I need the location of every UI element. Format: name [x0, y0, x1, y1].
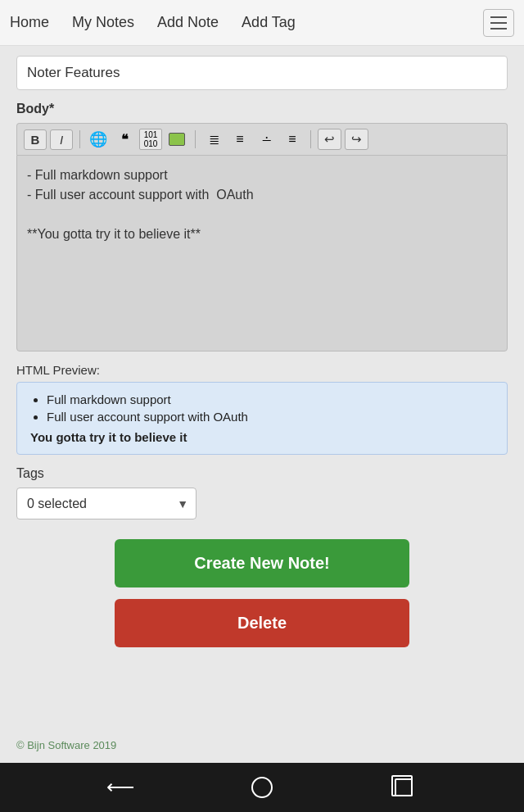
footer: © Bijn Software 2019: [0, 731, 524, 763]
preview-bold-text: You gotta try it to believe it: [30, 430, 187, 444]
nav-add-tag[interactable]: Add Tag: [242, 14, 296, 31]
preview-list-item: Full markdown support: [47, 392, 494, 406]
quote-icon[interactable]: ❝: [113, 130, 136, 149]
home-icon: [251, 777, 273, 798]
toolbar-separator-3: [310, 130, 311, 148]
redo-button[interactable]: ↪: [345, 129, 368, 150]
nav-home[interactable]: Home: [10, 14, 49, 31]
main-content: Body* B I 🌐 ❝ 101 010 ≣ ≡ ∸ ≡ ↩ ↪ - Full…: [0, 46, 524, 731]
preview-label: HTML Preview:: [16, 363, 508, 377]
tags-select-wrapper: 0 selected ▼: [16, 488, 196, 519]
preview-box: Full markdown support Full user account …: [16, 382, 508, 455]
image-icon-shape: [169, 133, 185, 146]
undo-button[interactable]: ↩: [318, 129, 341, 150]
nav-add-note[interactable]: Add Note: [157, 14, 219, 31]
back-icon: [106, 776, 134, 799]
toolbar-separator-1: [79, 130, 80, 148]
tags-label: Tags: [16, 466, 508, 481]
preview-list: Full markdown support Full user account …: [30, 392, 494, 424]
toggle-bar-3: [490, 28, 507, 29]
italic-button[interactable]: I: [50, 129, 73, 150]
image-icon[interactable]: [165, 131, 188, 147]
unordered-list-icon[interactable]: ≡: [228, 130, 251, 148]
back-button[interactable]: [104, 771, 137, 804]
code-line2: 010: [144, 139, 158, 148]
toolbar-separator-2: [195, 130, 196, 148]
align-right-icon[interactable]: ≡: [281, 130, 304, 148]
toggle-bar-1: [490, 16, 507, 18]
bold-button[interactable]: B: [24, 129, 47, 150]
navbar: Home My Notes Add Note Add Tag: [0, 0, 524, 46]
android-nav-bar: [0, 763, 524, 812]
ordered-list-icon[interactable]: ≣: [202, 130, 225, 149]
body-label: Body*: [16, 102, 508, 116]
code-icon[interactable]: 101 010: [139, 129, 162, 150]
code-line1: 101: [144, 130, 158, 139]
tags-select[interactable]: 0 selected: [16, 488, 196, 519]
recents-icon: [395, 778, 413, 796]
create-note-button[interactable]: Create New Note!: [115, 539, 409, 587]
toggle-bar-2: [490, 22, 507, 24]
title-input[interactable]: [16, 56, 508, 90]
navbar-toggle-button[interactable]: [483, 9, 514, 37]
editor-toolbar: B I 🌐 ❝ 101 010 ≣ ≡ ∸ ≡ ↩ ↪: [16, 123, 508, 155]
home-button[interactable]: [246, 771, 278, 804]
nav-my-notes[interactable]: My Notes: [72, 14, 134, 31]
delete-button[interactable]: Delete: [115, 599, 409, 647]
globe-icon[interactable]: 🌐: [87, 129, 110, 150]
preview-list-item: Full user account support with OAuth: [47, 410, 494, 424]
copyright-text: © Bijn Software 2019: [16, 739, 116, 751]
recents-button[interactable]: [387, 771, 420, 804]
editor-textarea[interactable]: - Full markdown support - Full user acco…: [16, 155, 508, 352]
align-left-icon[interactable]: ∸: [255, 130, 278, 149]
